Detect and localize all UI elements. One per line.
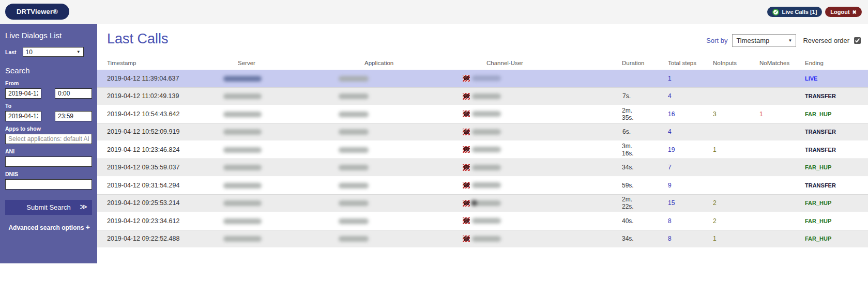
col-header-application[interactable]: Application xyxy=(364,60,486,66)
table-row[interactable]: 2019-04-12 09:31:54.294 59s. 9 TRANSFER xyxy=(97,177,868,195)
sort-by-value: Timestamp xyxy=(736,37,769,44)
cell-channel-user xyxy=(486,235,622,242)
cell-total-steps: 8 xyxy=(668,217,713,225)
table-row[interactable]: 2019-04-12 09:35:59.037 34s. 7 FAR_HUP xyxy=(97,159,868,177)
col-header-timestamp[interactable]: Timestamp xyxy=(97,60,238,66)
top-actions: ✓ Live Calls [1] Logout ✖ xyxy=(767,7,862,17)
redacted-application-value xyxy=(339,200,369,206)
cell-timestamp: 2019-04-12 11:39:04.637 xyxy=(97,75,238,82)
table-row[interactable]: 2019-04-12 11:39:04.637 1 LIVE xyxy=(97,70,868,88)
blocked-phone-icon xyxy=(463,75,470,82)
cell-channel-user xyxy=(486,93,622,100)
double-chevron-icon: ≫ xyxy=(80,202,87,211)
col-header-nomatches[interactable]: NoMatches xyxy=(759,60,805,66)
cell-noinputs: 2 xyxy=(713,199,759,207)
blocked-phone-icon xyxy=(463,146,470,153)
redacted-channel-user-value xyxy=(472,200,501,206)
live-calls-label: Live Calls [1] xyxy=(782,9,817,15)
redacted-application-value xyxy=(339,76,369,82)
advanced-search-options-link[interactable]: Advanced search options + xyxy=(5,223,92,231)
live-calls-button[interactable]: ✓ Live Calls [1] xyxy=(767,7,822,17)
table-row[interactable]: 2019-04-12 10:23:46.824 3m. 16s. 19 1 TR… xyxy=(97,141,868,159)
last-count-select[interactable]: 10 ▼ xyxy=(23,47,84,57)
redacted-server-value xyxy=(223,129,262,135)
cell-timestamp: 2019-04-12 10:54:43.642 xyxy=(97,111,238,118)
to-label: To xyxy=(5,103,92,109)
app-logo: DRTViewer® xyxy=(5,4,69,20)
redacted-channel-user-value xyxy=(472,75,501,81)
reversed-order-checkbox[interactable] xyxy=(854,37,861,44)
redacted-server-value xyxy=(223,76,262,82)
col-header-server[interactable]: Server xyxy=(238,60,364,66)
col-header-noinputs[interactable]: NoInputs xyxy=(713,60,759,66)
cell-duration: 34s. xyxy=(622,164,668,171)
col-header-channel-user[interactable]: Channel-User xyxy=(486,60,622,66)
cell-channel-user xyxy=(486,111,622,117)
col-header-ending[interactable]: Ending xyxy=(805,60,868,66)
redacted-channel-user-value xyxy=(472,236,501,242)
logout-label: Logout xyxy=(830,9,849,15)
table-row[interactable]: 2019-04-12 09:23:34.612 40s. 8 2 FAR_HUP xyxy=(97,212,868,230)
sort-by-label: Sort by xyxy=(706,37,727,44)
cell-total-steps: 8 xyxy=(668,235,713,242)
cell-ending: FAR_HUP xyxy=(805,164,868,170)
apps-to-show-label: Apps to show xyxy=(5,125,92,132)
dnis-input[interactable] xyxy=(5,179,92,190)
applications-input[interactable] xyxy=(5,134,92,144)
logout-button[interactable]: Logout ✖ xyxy=(825,7,862,17)
redacted-channel-user-value xyxy=(472,218,501,224)
sort-by-select[interactable]: Timestamp ▼ xyxy=(732,34,796,47)
redacted-server-value xyxy=(223,200,262,206)
cell-channel-user xyxy=(486,217,622,224)
sidebar: Live Dialogs List Last 10 ▼ Search From … xyxy=(0,24,97,263)
cell-total-steps: 4 xyxy=(668,92,713,100)
cell-timestamp: 2019-04-12 11:02:49.139 xyxy=(97,92,238,100)
submit-search-button[interactable]: Submit Search ≫ xyxy=(5,200,92,215)
cell-channel-user xyxy=(486,164,622,171)
top-bar: DRTViewer® ✓ Live Calls [1] Logout ✖ xyxy=(0,0,868,24)
check-circle-icon: ✓ xyxy=(772,9,779,15)
table-row[interactable]: 2019-04-12 09:25:53.214 2m. 22s. 15 2 FA… xyxy=(97,195,868,213)
chevron-down-icon: ▼ xyxy=(788,38,792,43)
last-label: Last xyxy=(5,49,17,55)
to-time-input[interactable] xyxy=(55,111,92,121)
table-row[interactable]: 2019-04-12 09:22:52.488 34s. 8 1 FAR_HUP xyxy=(97,230,868,248)
col-header-duration[interactable]: Duration xyxy=(622,60,668,66)
cell-timestamp: 2019-04-12 10:23:46.824 xyxy=(97,146,238,153)
cell-total-steps: 1 xyxy=(668,75,713,82)
to-date-input[interactable] xyxy=(5,111,41,121)
cell-channel-user xyxy=(486,146,622,153)
cell-noinputs: 2 xyxy=(713,217,759,225)
reversed-order-label: Reversed order xyxy=(803,37,849,44)
col-header-total-steps[interactable]: Total steps xyxy=(668,60,713,66)
from-row xyxy=(5,88,92,99)
cell-ending: TRANSFER xyxy=(805,147,868,153)
redacted-channel-user-value xyxy=(472,129,501,135)
table-row[interactable]: 2019-04-12 10:54:43.642 2m. 35s. 16 3 1 … xyxy=(97,105,868,123)
redacted-application-value xyxy=(339,218,369,224)
redacted-server-value xyxy=(223,112,262,117)
main-content: Last Calls Sort by Timestamp ▼ Reversed … xyxy=(97,24,868,248)
advanced-search-label: Advanced search options xyxy=(8,224,84,231)
cell-channel-user xyxy=(486,75,622,82)
ani-input[interactable] xyxy=(5,156,92,167)
chevron-down-icon: ▼ xyxy=(77,50,81,54)
cell-channel-user xyxy=(486,129,622,135)
table-row[interactable]: 2019-04-12 11:02:49.139 7s. 4 TRANSFER xyxy=(97,88,868,106)
cell-timestamp: 2019-04-12 09:22:52.488 xyxy=(97,235,238,242)
cell-duration: 40s. xyxy=(622,217,668,225)
cell-duration: 2m. 35s. xyxy=(622,107,668,121)
submit-search-label: Submit Search xyxy=(26,203,70,211)
from-label: From xyxy=(5,80,92,86)
cell-channel-user xyxy=(486,200,622,207)
redacted-application-value xyxy=(339,112,369,117)
cell-ending: LIVE xyxy=(805,75,868,82)
blocked-phone-icon xyxy=(463,111,470,117)
from-time-input[interactable] xyxy=(55,88,92,99)
from-date-input[interactable] xyxy=(5,88,41,99)
cell-ending: FAR_HUP xyxy=(805,235,868,242)
table-row[interactable]: 2019-04-12 10:52:09.919 6s. 4 TRANSFER xyxy=(97,123,868,142)
cell-duration: 2m. 22s. xyxy=(622,196,668,210)
cell-total-steps: 15 xyxy=(668,199,713,207)
redacted-application-value xyxy=(339,93,369,99)
